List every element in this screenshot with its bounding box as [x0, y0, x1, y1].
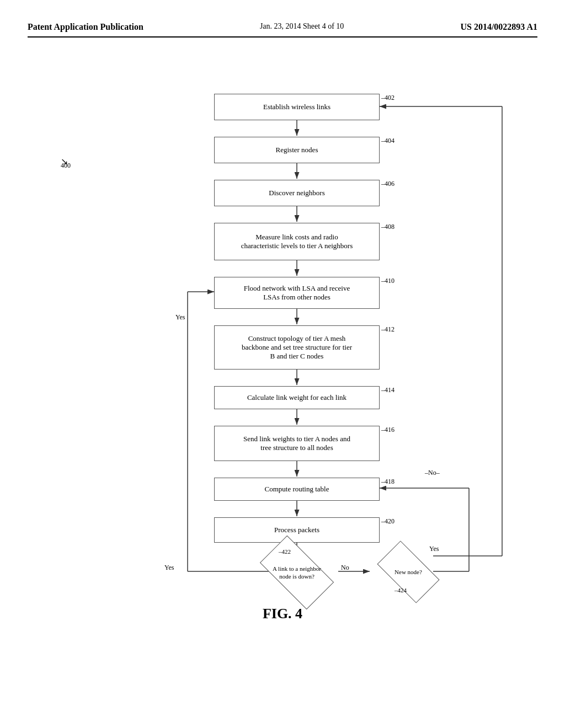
label-416: –416	[381, 426, 395, 434]
box-416: Send link weights to tier A nodes and tr…	[214, 426, 380, 461]
label-412: –412	[381, 325, 395, 334]
diamond-422: A link to a neighbornode is down?	[231, 550, 363, 595]
label-418: –418	[381, 478, 395, 486]
diagram-area: 400 ↘ Establish wireless links –402 Regi…	[28, 54, 537, 595]
header: Patent Application Publication Jan. 23, …	[28, 22, 537, 38]
header-right: US 2014/0022893 A1	[460, 22, 537, 32]
box-410: Flood network with LSA and receive LSAs …	[214, 277, 380, 309]
box-406: Discover neighbors	[214, 180, 380, 206]
diamond-424: New node?	[375, 550, 441, 593]
label-420: –420	[381, 517, 395, 526]
figure-label: FIG. 4	[28, 606, 537, 622]
label-406: –406	[381, 180, 395, 188]
label-404: –404	[381, 137, 395, 145]
yes-label-424: Yes	[429, 545, 439, 553]
label-402: –402	[381, 94, 395, 102]
label-424: –424	[395, 587, 407, 593]
label-408: –408	[381, 223, 395, 231]
header-left: Patent Application Publication	[28, 22, 143, 32]
header-center: Jan. 23, 2014 Sheet 4 of 10	[260, 22, 344, 31]
box-414: Calculate link weight for each link	[214, 386, 380, 409]
box-404: Register nodes	[214, 137, 380, 163]
box-408: Measure link costs and radio characteris…	[214, 223, 380, 260]
box-420: Process packets	[214, 517, 380, 543]
yes-label-422: Yes	[164, 564, 174, 572]
diagram-arrow-down: ↘	[61, 156, 68, 167]
label-422: –422	[279, 548, 291, 555]
label-410: –410	[381, 277, 395, 285]
no-label-418: –No–	[425, 469, 440, 477]
page: Patent Application Publication Jan. 23, …	[0, 0, 565, 728]
yes-left-label: Yes	[175, 313, 185, 322]
label-414: –414	[381, 386, 395, 394]
no-label-422: No	[341, 564, 349, 572]
box-402: Establish wireless links	[214, 94, 380, 120]
box-412: Construct topology of tier A mesh backbo…	[214, 325, 380, 370]
flowchart-svg	[28, 54, 537, 595]
box-418: Compute routing table	[214, 478, 380, 501]
